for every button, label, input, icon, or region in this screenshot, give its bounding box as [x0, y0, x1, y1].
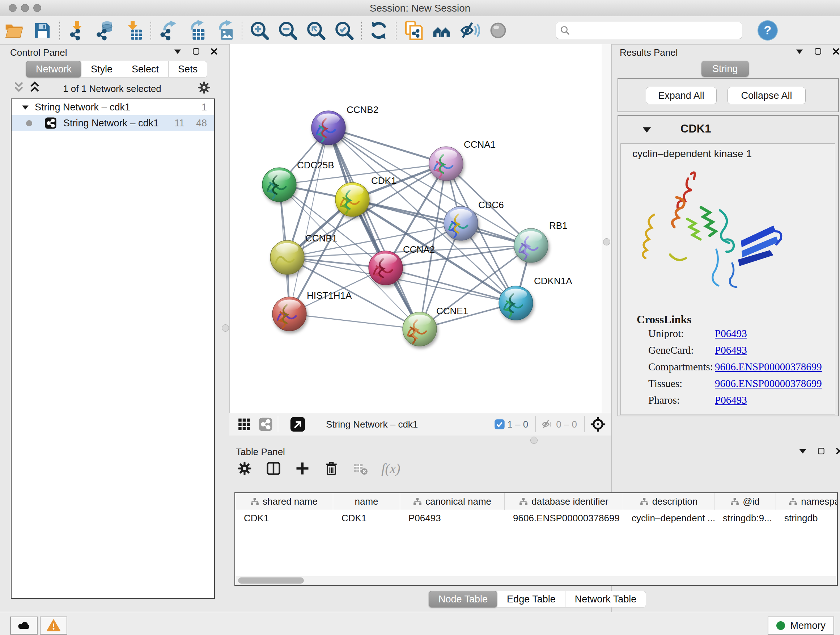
- panel-menu-icon[interactable]: [799, 448, 807, 454]
- column-header-canonical-name[interactable]: canonical name: [400, 493, 504, 510]
- bottom-splitter-handle[interactable]: [531, 437, 538, 444]
- node-CCNB2[interactable]: [311, 111, 346, 145]
- node-CCNA2[interactable]: [369, 251, 403, 285]
- show-graphics-details-button[interactable]: [484, 19, 512, 42]
- table-cell[interactable]: cyclin–dependent ...: [623, 510, 714, 526]
- warnings-button[interactable]: [40, 616, 67, 635]
- table-gear-icon[interactable]: [237, 461, 253, 477]
- left-splitter[interactable]: [221, 44, 229, 612]
- add-column-icon[interactable]: [294, 461, 310, 477]
- show-columns-icon[interactable]: [265, 461, 281, 477]
- export-image-button[interactable]: [210, 19, 239, 42]
- node-HIST1H1A[interactable]: [272, 297, 306, 331]
- crosslink-link[interactable]: 9606.ENSP00000378699: [715, 378, 822, 390]
- status-bar: Memory: [0, 612, 840, 635]
- network-row[interactable]: String Network – cdk1 11 48: [11, 115, 214, 131]
- crosslink-link[interactable]: P06493: [715, 344, 747, 356]
- tab-network[interactable]: Network: [26, 61, 81, 78]
- column-header-name[interactable]: name: [333, 493, 400, 510]
- entry-caret-icon[interactable]: [642, 126, 652, 133]
- clone-network-button[interactable]: [399, 19, 428, 42]
- expand-all-chevron-icon[interactable]: [29, 80, 41, 94]
- crosslink-link[interactable]: 9606.ENSP00000378699: [715, 361, 822, 373]
- string-home-button[interactable]: [428, 19, 456, 42]
- column-header-namespace[interactable]: namespace: [775, 493, 838, 510]
- import-network-database-button[interactable]: [91, 19, 119, 42]
- left-splitter-handle[interactable]: [222, 325, 229, 332]
- zoom-out-button[interactable]: [273, 19, 302, 42]
- edge-HIST1H1A-CCNE1[interactable]: [289, 314, 420, 329]
- memory-button[interactable]: Memory: [767, 616, 834, 635]
- tab-network-table[interactable]: Network Table: [565, 591, 646, 608]
- tab-select[interactable]: Select: [122, 61, 169, 78]
- panel-menu-icon[interactable]: [796, 49, 804, 54]
- fit-crosshair-icon[interactable]: [590, 416, 606, 432]
- string-network-graph[interactable]: CCNB2CCNA1CDC25BCDK1CDC6RB1CCNB1CCNA2CDK…: [230, 44, 602, 413]
- table-cell[interactable]: 9606.ENSP00000378699: [504, 510, 623, 526]
- cloud-button[interactable]: [10, 616, 38, 635]
- tree-caret-icon[interactable]: [22, 105, 29, 110]
- import-network-file-button[interactable]: [63, 19, 91, 42]
- delete-column-icon[interactable]: [324, 461, 339, 477]
- network-options-gear-icon[interactable]: [197, 80, 211, 95]
- save-session-button[interactable]: [28, 19, 57, 42]
- column-header-@id[interactable]: @id: [714, 493, 775, 510]
- selected-checkbox-icon[interactable]: [494, 419, 505, 430]
- close-panel-icon[interactable]: [832, 48, 840, 55]
- zoom-selected-button[interactable]: [330, 19, 358, 42]
- open-in-window-icon[interactable]: [290, 416, 306, 432]
- table-cell[interactable]: CDK1: [333, 510, 400, 526]
- edge-CCNB2-HIST1H1A[interactable]: [289, 128, 328, 314]
- hide-graphics-details-button[interactable]: [456, 19, 484, 42]
- close-panel-icon[interactable]: [836, 448, 840, 455]
- open-session-button[interactable]: [0, 19, 28, 42]
- export-table-button[interactable]: [182, 19, 210, 42]
- tab-edge-table[interactable]: Edge Table: [497, 591, 565, 608]
- apply-layout-button[interactable]: [365, 19, 393, 42]
- table-cell[interactable]: CDK1: [235, 510, 333, 526]
- tab-node-table[interactable]: Node Table: [429, 591, 497, 608]
- crosslink-link[interactable]: P06493: [715, 328, 747, 340]
- network-share-icon[interactable]: [258, 417, 273, 432]
- node-CDC6[interactable]: [444, 206, 478, 241]
- tab-sets[interactable]: Sets: [169, 61, 207, 78]
- scrollbar-thumb[interactable]: [238, 578, 304, 584]
- table-cell[interactable]: stringdb: [775, 510, 838, 526]
- help-button[interactable]: ?: [758, 20, 778, 41]
- tab-string[interactable]: String: [701, 61, 749, 77]
- float-panel-icon[interactable]: [193, 48, 200, 55]
- table-horizontal-scrollbar[interactable]: [235, 576, 836, 585]
- expand-all-button[interactable]: Expand All: [646, 87, 717, 104]
- panel-menu-icon[interactable]: [174, 49, 182, 54]
- node-CDK1[interactable]: [335, 182, 369, 217]
- column-header-description[interactable]: description: [623, 493, 714, 510]
- search-input[interactable]: [570, 24, 738, 36]
- right-splitter[interactable]: [601, 44, 612, 413]
- tab-style[interactable]: Style: [81, 61, 122, 78]
- column-header-shared-name[interactable]: shared name: [235, 493, 333, 510]
- import-table-file-button[interactable]: [119, 19, 148, 42]
- node-RB1[interactable]: [514, 228, 548, 263]
- export-network-button[interactable]: [154, 19, 182, 42]
- node-CDKN1A[interactable]: [499, 286, 533, 320]
- crosslink-link[interactable]: P06493: [715, 394, 747, 406]
- node-CDC25B[interactable]: [262, 168, 296, 202]
- collapse-all-button[interactable]: Collapse All: [728, 87, 806, 104]
- float-panel-icon[interactable]: [818, 448, 825, 455]
- right-splitter-handle[interactable]: [603, 238, 610, 245]
- zoom-in-button[interactable]: [245, 19, 273, 42]
- network-canvas[interactable]: CCNB2CCNA1CDC25BCDK1CDC6RB1CCNB1CCNA2CDK…: [229, 44, 602, 413]
- table-cell[interactable]: P06493: [400, 510, 504, 526]
- close-panel-icon[interactable]: [210, 48, 218, 55]
- column-header-database-identifier[interactable]: database identifier: [504, 493, 623, 510]
- grid-view-icon[interactable]: [237, 417, 251, 431]
- node-CCNA1[interactable]: [429, 147, 463, 181]
- float-panel-icon[interactable]: [814, 48, 821, 55]
- zoom-fit-button[interactable]: [302, 19, 330, 42]
- edge-CCNB2-CCNA1[interactable]: [328, 128, 446, 164]
- collapse-all-chevron-icon[interactable]: [13, 80, 25, 94]
- network-collection-row[interactable]: String Network – cdk1 1: [11, 99, 214, 115]
- table-cell[interactable]: stringdb:9...: [714, 510, 775, 526]
- node-CCNB1[interactable]: [270, 241, 304, 274]
- node-CCNE1[interactable]: [403, 312, 437, 346]
